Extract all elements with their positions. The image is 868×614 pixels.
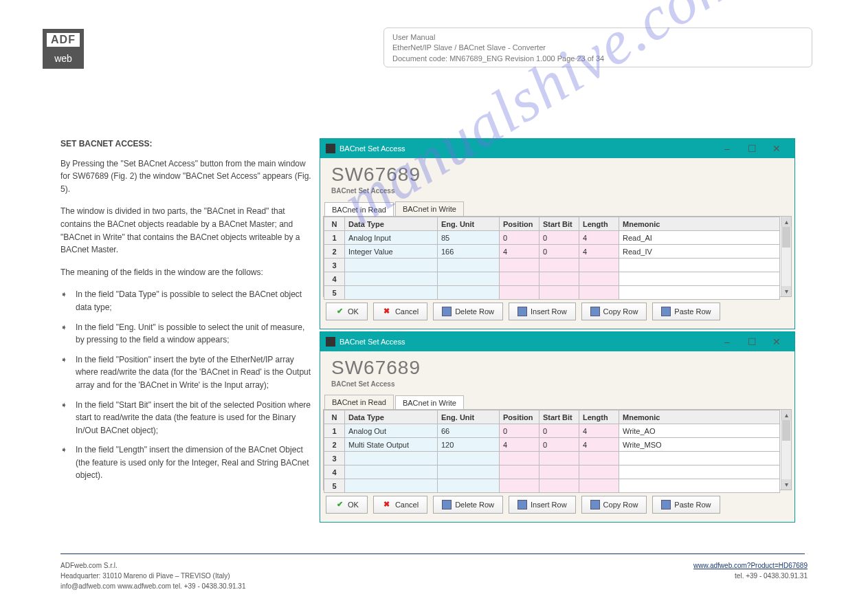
cell-position[interactable] [500,479,539,493]
cell-datatype[interactable] [345,272,438,286]
cell-datatype[interactable]: Multi State Output [345,438,438,452]
cell-startbit[interactable] [539,286,579,300]
table-row[interactable]: 2Integer Value166404Read_IV [324,245,780,259]
insert-row-button[interactable]: Insert Row [509,303,576,320]
cell-mnemonic[interactable]: Read_IV [619,245,780,259]
delete-row-button[interactable]: Delete Row [433,496,503,514]
minimize-button[interactable]: – [715,334,739,349]
maximize-button[interactable]: ☐ [739,141,764,156]
cell-length[interactable]: 4 [579,438,619,452]
scroll-thumb[interactable] [782,420,790,441]
table-row[interactable]: 1Analog Out66004Write_AO [324,424,780,438]
cell-datatype[interactable] [345,452,438,465]
cell-engunit[interactable] [438,286,500,300]
tab-bacnet-read[interactable]: BACnet in Read [324,395,394,409]
cell-startbit[interactable] [539,259,579,272]
scroll-up-icon[interactable]: ▴ [781,217,791,227]
table-row[interactable]: 5 [324,479,780,493]
cell-startbit[interactable]: 0 [539,438,579,452]
scroll-down-icon[interactable]: ▾ [781,286,791,296]
cell-length[interactable] [579,465,619,479]
cell-datatype[interactable]: Analog Out [345,424,438,438]
cell-mnemonic[interactable] [619,286,780,300]
cell-engunit[interactable] [438,259,500,272]
cell-datatype[interactable] [345,259,438,272]
cell-datatype[interactable] [345,286,438,300]
copy-row-button[interactable]: Copy Row [581,303,647,320]
table-row[interactable]: 3 [324,259,780,272]
scrollbar[interactable]: ▴ ▾ [781,410,791,490]
cell-startbit[interactable] [539,479,579,493]
copy-row-button[interactable]: Copy Row [581,496,647,514]
cell-datatype[interactable] [345,465,438,479]
minimize-button[interactable]: – [715,141,739,156]
cell-position[interactable] [500,286,539,300]
cell-position[interactable]: 0 [500,424,539,438]
cell-engunit[interactable] [438,272,500,286]
table-row[interactable]: 5 [324,286,780,300]
cell-startbit[interactable]: 0 [539,424,579,438]
cell-mnemonic[interactable]: Write_MSO [619,438,780,452]
delete-row-button[interactable]: Delete Row [433,303,503,320]
cell-length[interactable]: 4 [579,424,619,438]
tab-bacnet-read[interactable]: BACnet in Read [324,202,394,217]
scrollbar[interactable]: ▴ ▾ [781,217,791,296]
cell-engunit[interactable] [438,452,500,465]
cell-datatype[interactable]: Integer Value [345,245,438,259]
tab-bacnet-write[interactable]: BACnet in Write [395,201,464,216]
paste-row-button[interactable]: Paste Row [652,496,720,514]
cell-mnemonic[interactable] [619,479,780,493]
cancel-button[interactable]: ✖Cancel [373,303,427,320]
table-row[interactable]: 4 [324,272,780,286]
cell-mnemonic[interactable] [619,465,780,479]
cell-length[interactable]: 4 [579,231,619,245]
close-button[interactable]: ✕ [764,141,789,156]
cell-startbit[interactable] [539,272,579,286]
ok-button[interactable]: ✔OK [326,496,368,514]
cell-datatype[interactable] [345,479,438,493]
scroll-down-icon[interactable]: ▾ [781,479,791,490]
cell-position[interactable] [500,465,539,479]
cell-position[interactable] [500,452,539,465]
scroll-thumb[interactable] [782,227,790,248]
cell-startbit[interactable]: 0 [539,231,579,245]
cell-position[interactable]: 4 [500,438,539,452]
cell-engunit[interactable]: 66 [438,424,500,438]
cell-engunit[interactable]: 120 [438,438,500,452]
cell-engunit[interactable] [438,465,500,479]
cell-mnemonic[interactable] [619,259,780,272]
close-button[interactable]: ✕ [764,334,789,349]
cell-length[interactable] [579,286,619,300]
cell-startbit[interactable] [539,465,579,479]
footer-link[interactable]: www.adfweb.com?Product=HD67689 [693,562,808,569]
cell-mnemonic[interactable]: Write_AO [619,424,780,438]
cell-position[interactable] [500,259,539,272]
tab-bacnet-write[interactable]: BACnet in Write [395,395,464,410]
cell-length[interactable] [579,259,619,272]
cell-length[interactable]: 4 [579,245,619,259]
cell-engunit[interactable] [438,479,500,493]
paste-row-button[interactable]: Paste Row [652,303,720,320]
cell-startbit[interactable]: 0 [539,245,579,259]
cancel-button[interactable]: ✖Cancel [373,496,427,514]
table-row[interactable]: 3 [324,452,780,465]
cell-position[interactable]: 4 [500,245,539,259]
cell-datatype[interactable]: Analog Input [345,231,438,245]
cell-engunit[interactable]: 166 [438,245,500,259]
cell-startbit[interactable] [539,452,579,465]
scroll-up-icon[interactable]: ▴ [781,410,791,420]
cell-mnemonic[interactable] [619,272,780,286]
cell-length[interactable] [579,452,619,465]
cell-length[interactable] [579,479,619,493]
cell-mnemonic[interactable]: Read_AI [619,231,780,245]
cell-mnemonic[interactable] [619,452,780,465]
cell-position[interactable]: 0 [500,231,539,245]
table-row[interactable]: 2Multi State Output120404Write_MSO [324,438,780,452]
cell-position[interactable] [500,272,539,286]
maximize-button[interactable]: ☐ [739,334,764,349]
cell-length[interactable] [579,272,619,286]
cell-engunit[interactable]: 85 [438,231,500,245]
table-row[interactable]: 1Analog Input85004Read_AI [324,231,780,245]
insert-row-button[interactable]: Insert Row [509,496,576,514]
table-row[interactable]: 4 [324,465,780,479]
